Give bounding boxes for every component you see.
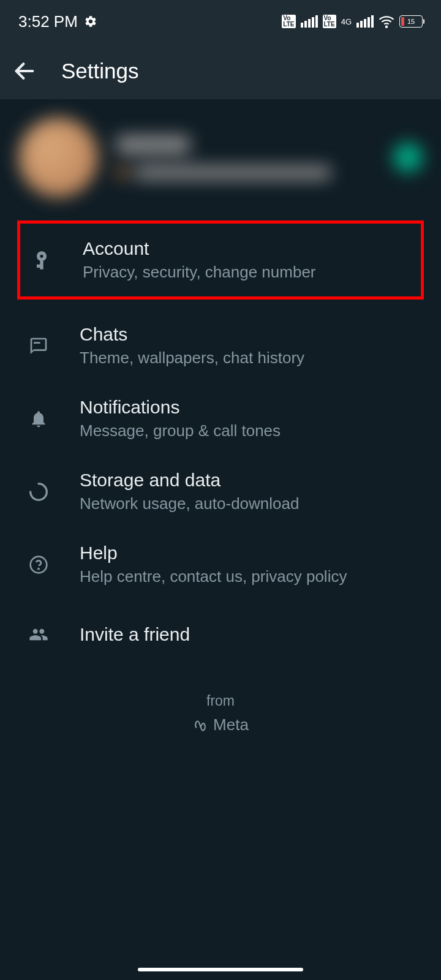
from-label: from xyxy=(0,693,441,709)
meta-logo-icon xyxy=(192,717,208,733)
settings-item-subtitle: Help centre, contact us, privacy policy xyxy=(80,567,347,586)
settings-item-notifications[interactable]: Notifications Message, group & call tone… xyxy=(0,382,441,455)
profile-status xyxy=(116,166,393,179)
settings-item-subtitle: Privacy, security, change number xyxy=(83,263,316,282)
settings-item-invite[interactable]: Invite a friend xyxy=(0,601,441,668)
people-icon xyxy=(29,625,48,644)
status-time: 3:52 PM xyxy=(18,12,78,31)
wifi-icon xyxy=(379,13,394,29)
settings-item-subtitle: Theme, wallpapers, chat history xyxy=(80,349,304,368)
gear-icon xyxy=(84,15,97,28)
back-arrow-icon[interactable] xyxy=(12,59,37,83)
status-right: VoLTE VoLTE 4G 15 xyxy=(282,13,423,29)
svg-rect-2 xyxy=(34,342,40,344)
qr-code-button[interactable] xyxy=(393,143,423,172)
status-bar: 3:52 PM VoLTE VoLTE 4G 15 xyxy=(0,0,441,43)
settings-item-title: Help xyxy=(80,543,347,564)
settings-item-title: Account xyxy=(83,238,316,259)
status-left: 3:52 PM xyxy=(18,12,97,31)
settings-item-subtitle: Message, group & call tones xyxy=(80,421,281,440)
settings-item-title: Storage and data xyxy=(80,470,299,491)
battery-icon: 15 xyxy=(399,15,423,28)
settings-item-account[interactable]: Account Privacy, security, change number xyxy=(17,221,424,300)
settings-item-storage[interactable]: Storage and data Network usage, auto-dow… xyxy=(0,455,441,528)
page-title: Settings xyxy=(61,59,138,83)
svg-point-0 xyxy=(386,26,387,28)
profile-name xyxy=(116,135,190,154)
volte-badge-2: VoLTE xyxy=(323,15,336,28)
settings-list: Account Privacy, security, change number… xyxy=(0,221,441,736)
bell-icon xyxy=(29,409,48,429)
signal-bars-1 xyxy=(301,15,318,28)
settings-item-title: Invite a friend xyxy=(80,624,190,645)
profile-section[interactable] xyxy=(0,99,441,216)
meta-brand-text: Meta xyxy=(213,715,249,734)
network-type-label: 4G xyxy=(341,17,352,26)
settings-item-help[interactable]: Help Help centre, contact us, privacy po… xyxy=(0,528,441,601)
settings-item-subtitle: Network usage, auto-download xyxy=(80,494,299,513)
data-usage-icon xyxy=(29,482,48,502)
settings-item-title: Chats xyxy=(80,324,304,345)
meta-brand: Meta xyxy=(192,715,249,734)
profile-info xyxy=(116,135,393,179)
battery-level-text: 15 xyxy=(407,18,415,25)
footer-from: from Meta xyxy=(0,668,441,736)
status-dot-icon xyxy=(116,167,127,178)
profile-status-text xyxy=(135,166,331,179)
volte-badge-1: VoLTE xyxy=(282,15,295,28)
help-icon xyxy=(29,555,48,575)
settings-item-chats[interactable]: Chats Theme, wallpapers, chat history xyxy=(0,309,441,382)
key-icon xyxy=(32,251,51,270)
settings-item-title: Notifications xyxy=(80,397,281,418)
app-bar: Settings xyxy=(0,43,441,99)
avatar xyxy=(18,118,98,197)
svg-point-4 xyxy=(38,568,39,569)
chat-icon xyxy=(29,336,48,356)
signal-bars-2 xyxy=(356,15,374,28)
home-indicator[interactable] xyxy=(138,968,303,971)
